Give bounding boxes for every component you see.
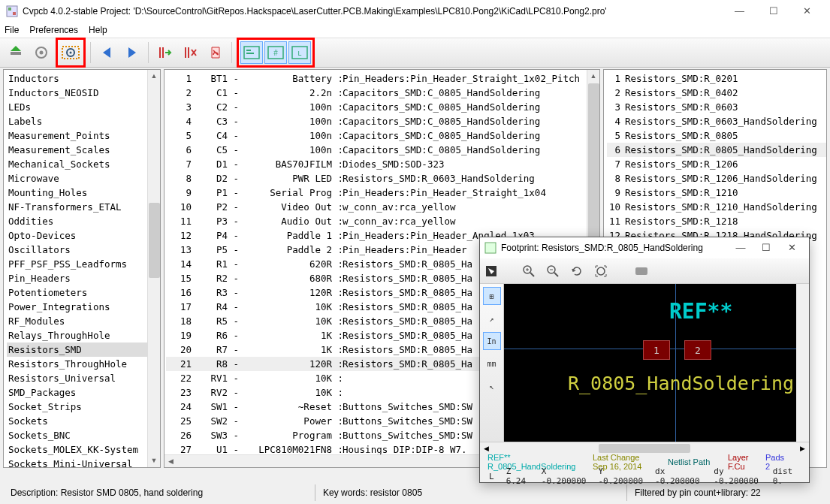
redraw-icon[interactable] [569, 263, 585, 279]
component-row[interactable]: 8D2 -PWR LED : Resistors_SMD:R_0603_Hand… [166, 171, 599, 186]
titlebar: Cvpcb 4.0.2-stable Project: 'D:\SourceCo… [0, 0, 830, 23]
library-row[interactable]: Relays_ThroughHole [7, 328, 160, 343]
fp-close-button[interactable]: ✕ [779, 239, 804, 257]
filter-keywords-button[interactable] [240, 41, 263, 64]
library-row[interactable]: Socket_Strips [7, 400, 160, 414]
scrollbar-vertical[interactable]: ▲ ▼ [147, 70, 160, 467]
fp-toolbar [480, 258, 809, 284]
library-row[interactable]: Pin_Headers [7, 271, 160, 285]
footprint-row[interactable]: 2Resistors_SMD:R_0402 [607, 86, 826, 100]
component-row[interactable]: 7D1 -BAS70JFILM : Diodes_SMD:SOD-323 [166, 157, 599, 171]
component-row[interactable]: 9P1 -Serial Prog : Pin_Headers:Pin_Heade… [166, 186, 599, 200]
maximize-button[interactable]: ☐ [756, 1, 790, 22]
component-row[interactable]: 10P2 -Video Out : w_conn_av:rca_yellow [166, 200, 599, 214]
grid-toggle-icon[interactable]: ⊞ [483, 287, 501, 305]
polar-toggle-icon[interactable]: ↗ [483, 309, 501, 327]
library-row[interactable]: SMD_Packages [7, 385, 160, 400]
menu-preferences[interactable]: Preferences [29, 25, 78, 35]
library-row[interactable]: PFF_PSF_PSS_Leadforms [7, 257, 160, 271]
library-row[interactable]: Oddities [7, 214, 160, 228]
minimize-button[interactable]: — [723, 1, 756, 22]
fp-scrollbar-vertical[interactable] [796, 284, 809, 442]
zoom-in-icon[interactable] [521, 263, 537, 279]
library-row[interactable]: Mechanical_Sockets [7, 157, 160, 171]
statusbar: Description: Resistor SMD 0805, hand sol… [3, 484, 827, 501]
library-row[interactable]: Inductors_NEOSID [7, 86, 160, 100]
fp-coord-Y: Y -0.200000 [592, 466, 649, 486]
cursor-mode-icon[interactable]: ↖ [483, 377, 501, 395]
delete-associations-button[interactable] [179, 41, 201, 64]
footprint-row[interactable]: 4Resistors_SMD:R_0603_HandSoldering [607, 114, 826, 128]
units-inch-button[interactable]: In [483, 332, 501, 350]
pdf-button[interactable] [204, 41, 227, 64]
filter-library-button[interactable]: L [288, 41, 311, 64]
library-row[interactable]: NF-Transformers_ETAL [7, 200, 160, 214]
footprint-viewer-window: Footprint: Resistors_SMD:R_0805_HandSold… [479, 237, 810, 483]
fp-select-button[interactable] [483, 263, 500, 279]
library-row[interactable]: Sockets_MOLEX_KK-System [7, 442, 160, 457]
library-row[interactable]: Opto-Devices [7, 228, 160, 243]
toolbar: # L [0, 38, 830, 68]
library-row[interactable]: RF_Modules [7, 314, 160, 328]
prev-button[interactable] [95, 41, 118, 64]
library-row[interactable]: LEDs [7, 100, 160, 114]
fp-titlebar: Footprint: Resistors_SMD:R_0805_HandSold… [480, 237, 809, 258]
footprint-row[interactable]: 9Resistors_SMD:R_1210 [607, 186, 826, 200]
library-row[interactable]: Oscillators [7, 243, 160, 257]
fp-canvas[interactable]: REF** 1 2 R_0805_HandSoldering [504, 284, 809, 442]
library-row[interactable]: Sockets_BNC [7, 428, 160, 442]
footprint-row[interactable]: 5Resistors_SMD:R_0805 [607, 128, 826, 143]
library-row[interactable]: Mounting_Holes [7, 186, 160, 200]
footprint-row[interactable]: 8Resistors_SMD:R_1206_HandSoldering [607, 171, 826, 186]
library-row[interactable]: Inductors [7, 71, 160, 86]
status-description: Description: Resistor SMD 0805, hand sol… [3, 484, 315, 501]
footprint-row[interactable]: 6Resistors_SMD:R_0805_HandSoldering [607, 143, 826, 157]
view-footprint-button[interactable] [59, 41, 82, 64]
component-row[interactable]: 6C5 -100n : Capacitors_SMD:C_0805_HandSo… [166, 143, 599, 157]
component-row[interactable]: 2C1 -2.2n : Capacitors_SMD:C_0805_HandSo… [166, 86, 599, 100]
settings-button[interactable] [30, 41, 53, 64]
component-row[interactable]: 1BT1 -Battery : Pin_Headers:Pin_Header_S… [166, 71, 599, 86]
library-row[interactable]: Power_Integrations [7, 300, 160, 314]
library-row[interactable]: Sockets_Mini-Universal [7, 457, 160, 468]
footprint-list[interactable]: 1Resistors_SMD:R_02012Resistors_SMD:R_04… [604, 70, 826, 244]
zoom-fit-icon[interactable] [593, 263, 609, 279]
svg-rect-10 [246, 50, 251, 51]
footprint-row[interactable]: 3Resistors_SMD:R_0603 [607, 100, 826, 114]
fp-minimize-button[interactable]: — [728, 239, 753, 257]
footprint-row[interactable]: 1Resistors_SMD:R_0201 [607, 71, 826, 86]
footprint-row[interactable]: 10Resistors_SMD:R_1210_HandSoldering [607, 200, 826, 214]
units-mm-button[interactable]: mm [483, 355, 501, 373]
library-row[interactable]: Resistors_ThroughHole [7, 357, 160, 371]
library-row[interactable]: Resistors_SMD [7, 343, 160, 357]
library-row[interactable]: Labels [7, 114, 160, 128]
component-row[interactable]: 3C2 -100n : Capacitors_SMD:C_0805_HandSo… [166, 100, 599, 114]
footprint-row[interactable]: 7Resistors_SMD:R_1206 [607, 157, 826, 171]
fp-scrollbar-horizontal[interactable]: ◀▶ [480, 442, 809, 454]
fp-3d-icon[interactable] [633, 263, 650, 279]
menubar: File Preferences Help [0, 23, 830, 38]
zoom-out-icon[interactable] [545, 263, 561, 279]
fp-maximize-button[interactable]: ☐ [753, 239, 779, 257]
svg-point-5 [40, 51, 44, 55]
library-row[interactable]: Microwave [7, 171, 160, 186]
save-button[interactable] [5, 41, 27, 64]
component-row[interactable]: 5C4 -100n : Capacitors_SMD:C_0805_HandSo… [166, 128, 599, 143]
library-list[interactable]: InductorsInductors_NEOSIDLEDsLabelsMeasu… [4, 70, 160, 468]
library-row[interactable]: Measurement_Points [7, 128, 160, 143]
library-row[interactable]: Potentiometers [7, 285, 160, 300]
close-button[interactable]: ✕ [790, 1, 824, 22]
fp-app-icon [484, 242, 496, 254]
menu-help[interactable]: Help [89, 25, 107, 35]
fp-side-toolbar: ⊞ ↗ In mm ↖ [480, 284, 504, 442]
next-button[interactable] [121, 41, 143, 64]
auto-associate-button[interactable] [153, 41, 176, 64]
library-row[interactable]: Resistors_Universal [7, 371, 160, 385]
component-row[interactable]: 11P3 -Audio Out : w_conn_av:rca_yellow [166, 214, 599, 228]
filter-pincount-button[interactable]: # [264, 41, 287, 64]
footprint-row[interactable]: 11Resistors_SMD:R_1218 [607, 214, 826, 228]
library-row[interactable]: Measurement_Scales [7, 143, 160, 157]
library-row[interactable]: Sockets [7, 414, 160, 428]
menu-file[interactable]: File [5, 25, 19, 35]
component-row[interactable]: 4C3 -100n : Capacitors_SMD:C_0805_HandSo… [166, 114, 599, 128]
